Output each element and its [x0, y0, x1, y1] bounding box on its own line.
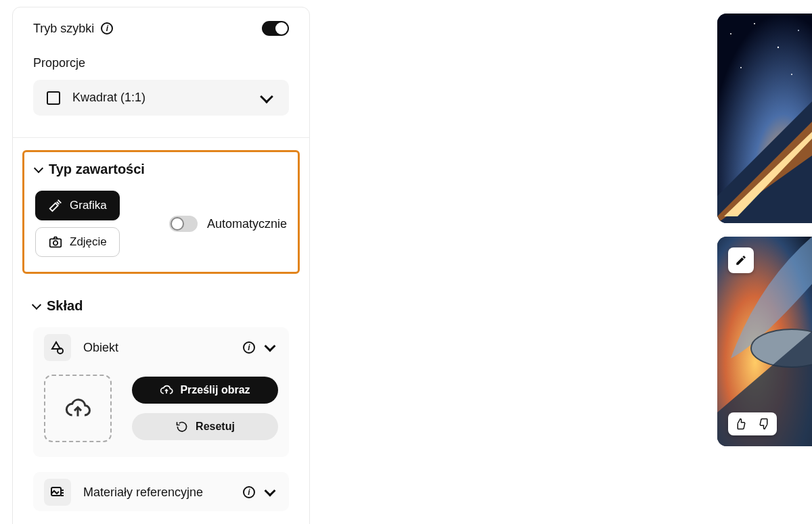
composition-section: Skład Obiekt i [13, 281, 309, 524]
svg-point-8 [798, 30, 799, 31]
quick-mode-label: Tryb szybki [33, 22, 94, 36]
cloud-upload-icon [160, 383, 173, 397]
svg-rect-0 [50, 239, 62, 247]
info-icon[interactable]: i [243, 486, 255, 498]
chevron-down-icon[interactable] [265, 341, 276, 352]
object-label: Obiekt [83, 341, 118, 355]
pencil-icon [735, 254, 747, 266]
chevron-down-icon [32, 300, 41, 309]
svg-point-6 [754, 23, 755, 24]
thumbs-down-button[interactable] [752, 412, 777, 435]
info-icon[interactable]: i [243, 341, 255, 354]
image-reference-icon [44, 479, 71, 506]
quick-mode-section: Tryb szybki i Proporcje Kwadrat (1:1) [13, 7, 309, 138]
preview-thumbnail[interactable] [717, 237, 812, 446]
reset-button[interactable]: Resetuj [132, 413, 278, 440]
cloud-upload-icon [64, 395, 91, 422]
chevron-down-icon [260, 90, 273, 103]
composition-header[interactable]: Skład [33, 298, 289, 314]
svg-point-5 [730, 33, 731, 34]
chip-photo[interactable]: Zdjęcie [35, 227, 120, 257]
chevron-down-icon [34, 163, 43, 172]
content-type-header[interactable]: Typ zawartości [35, 162, 287, 177]
info-icon[interactable]: i [101, 22, 113, 34]
aspect-ratio-select[interactable]: Kwadrat (1:1) [33, 80, 289, 116]
chevron-down-icon[interactable] [265, 485, 276, 497]
svg-point-9 [740, 67, 742, 68]
chip-graphic[interactable]: Grafika [35, 191, 120, 220]
reference-panel: Materiały referencyjne i [33, 472, 289, 511]
pencil-brush-icon [48, 198, 63, 213]
aspect-ratio-value: Kwadrat (1:1) [72, 91, 145, 105]
content-type-section: Typ zawartości Grafika Zdjęcie Automatyc… [22, 150, 300, 274]
thumbs-up-icon [734, 418, 746, 430]
rating-buttons [728, 412, 777, 435]
thumbs-up-button[interactable] [728, 412, 752, 435]
auto-toggle[interactable] [169, 216, 198, 232]
edit-button[interactable] [728, 247, 754, 273]
svg-point-1 [53, 241, 58, 245]
auto-label: Automatycznie [207, 217, 287, 231]
upload-image-button[interactable]: Prześlij obraz [132, 377, 278, 404]
spaceship-image [717, 14, 812, 223]
reference-label: Materiały referencyjne [83, 485, 203, 500]
square-icon [47, 91, 60, 105]
svg-point-10 [791, 74, 792, 75]
svg-point-7 [777, 47, 779, 48]
settings-sidebar: Tryb szybki i Proporcje Kwadrat (1:1) Ty… [12, 7, 310, 524]
aspect-ratio-label: Proporcje [33, 56, 289, 70]
reset-icon [175, 420, 189, 433]
preview-column [717, 14, 812, 446]
object-panel: Obiekt i Prześlij obraz [33, 327, 289, 457]
upload-dropzone[interactable] [44, 375, 112, 442]
shapes-icon [44, 334, 71, 361]
preview-thumbnail[interactable] [717, 14, 812, 223]
quick-mode-toggle[interactable] [262, 21, 289, 36]
thumbs-down-icon [759, 418, 771, 430]
camera-icon [48, 235, 63, 249]
